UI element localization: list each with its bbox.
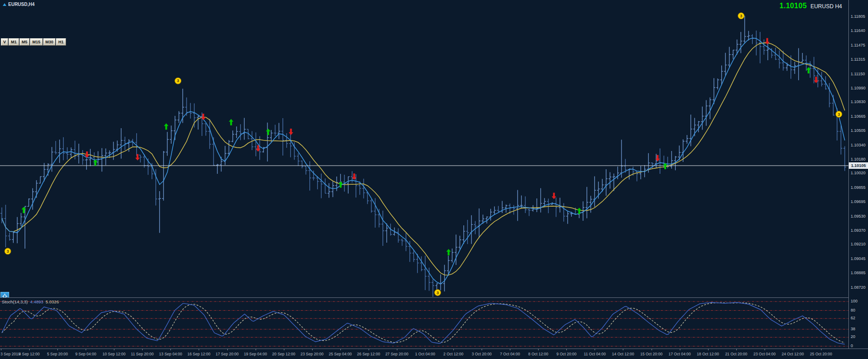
time-axis-label: 5 Sep 20:00 [47,352,68,356]
ohlc-bar [282,118,284,156]
ohlc-bar [751,34,754,44]
ohlc-bar [566,211,569,224]
timeframe-button-m5[interactable]: M5 [20,38,30,46]
time-axis-tick [170,349,171,350]
stoch-main-value: 4.4893 [30,299,43,304]
ohlc-bar [620,140,623,177]
time-axis[interactable]: 3 Sep 20194 Sep 12:005 Sep 20:009 Sep 04… [0,349,868,359]
ohlc-bar [301,161,303,169]
quote-symbol: EURUSD H4 [811,3,842,10]
time-axis-label: 10 Sep 12:00 [103,352,126,356]
ohlc-bar [516,190,519,221]
ohlc-bar [659,148,662,174]
time-axis-tick [680,349,680,350]
stoch-scale-label: 62 [851,316,855,320]
ohlc-bar [178,111,180,123]
ohlc-bar [85,158,88,170]
price-tick-label: 1.10020 [851,171,866,175]
time-axis-tick [482,349,482,350]
ohlc-bar [54,141,57,155]
time-axis-label: 20 Sep 12:00 [272,352,295,356]
time-axis-tick [397,349,397,350]
ohlc-bar [843,146,846,171]
pattern-marker-3: 3 [435,289,441,296]
ohlc-bar [332,181,334,197]
timeframe-button-h1[interactable]: H1 [56,38,66,46]
svg-text:3: 3 [837,112,840,117]
ohlc-bar [304,166,307,175]
ohlc-bar [439,275,442,291]
ohlc-bar [385,224,388,243]
ohlc-bar [120,128,123,159]
buy-arrow [266,129,271,135]
price-tick-label: 1.09530 [851,214,866,219]
time-axis-label: 21 Oct 20:00 [725,352,747,356]
stochastic-panel[interactable]: Stoch(14,3,3)4.48935.0326 [0,297,868,349]
quote-price: 1.10105 [780,2,807,10]
ohlc-bar [335,177,338,191]
symbol-text: EURUSD,H4 [8,2,35,7]
svg-text:3: 3 [177,78,179,83]
ohlc-bar [701,107,704,130]
time-axis-tick [623,349,623,350]
pattern-marker-3: 3 [738,13,745,19]
ohlc-bar [801,53,804,62]
ohlc-bar [205,124,207,136]
ohlc-bar [420,256,423,271]
time-axis-tick [765,349,765,350]
price-tick-label: 1.11150 [851,72,865,76]
ohlc-bar [266,123,269,161]
pattern-marker-3: 3 [175,78,181,84]
ohlc-bar [351,171,354,182]
stoch-scale-label: 100 [851,299,858,303]
time-axis-tick [736,349,737,350]
ohlc-bar [740,32,742,53]
stoch-main-line [2,302,845,344]
timeframe-button-m1[interactable]: M1 [9,38,19,46]
stochastic-plot[interactable] [0,298,848,349]
ohlc-bar [605,169,607,196]
price-tick-label: 1.08885 [851,271,866,275]
ohlc-bar [166,132,169,156]
buy-arrow [229,119,233,125]
sell-arrow [289,129,293,135]
price-tick-label: 1.11640 [851,28,865,33]
time-axis-tick [199,349,199,350]
ohlc-bar [297,153,300,166]
ohlc-bar [4,205,7,247]
price-tick-label: 1.10340 [851,143,866,147]
ohlc-bar [70,147,72,158]
time-axis-label: 25 Oct 20:00 [810,352,832,356]
timeframe-button-m30[interactable]: M30 [43,38,56,46]
ohlc-bar [443,265,446,291]
price-chart-area[interactable]: 33333 [0,0,848,297]
price-tick-label: 1.11805 [851,14,865,19]
ohlc-bar [162,151,165,201]
ohlc-bar [489,209,492,221]
time-axis-label: 3 Sep 2019 [0,352,20,356]
ohlc-bar [524,197,527,213]
time-axis-label: 16 Sep 12:00 [187,352,211,356]
ohlc-bar [362,179,365,198]
ohlc-bar [189,103,192,119]
ohlc-bar [158,191,161,233]
stoch-signal-value: 5.0326 [46,299,59,304]
price-tick-label: 1.09045 [851,256,866,261]
ohlc-bar [112,142,115,160]
ohlc-bar [686,135,688,144]
time-axis-label: 11 Sep 20:00 [131,352,154,356]
ohlc-bar [778,50,781,68]
ohlc-bar [609,172,611,189]
ohlc-bar [513,205,515,215]
time-axis-label: 17 Sep 20:00 [216,352,239,356]
time-axis-tick [453,349,454,350]
timeframe-button-m15[interactable]: M15 [30,38,43,46]
price-tick-label: 1.09855 [851,185,866,190]
ohlc-bar [535,198,538,212]
price-scale[interactable]: 1.10105 1.118051.116401.114751.113151.11… [848,0,868,359]
sell-arrow [552,193,556,199]
ohlc-bar [593,177,596,207]
toolbar-button-v[interactable]: V [1,38,8,46]
ohlc-bar [277,123,280,139]
ohlc-bar [8,233,11,241]
